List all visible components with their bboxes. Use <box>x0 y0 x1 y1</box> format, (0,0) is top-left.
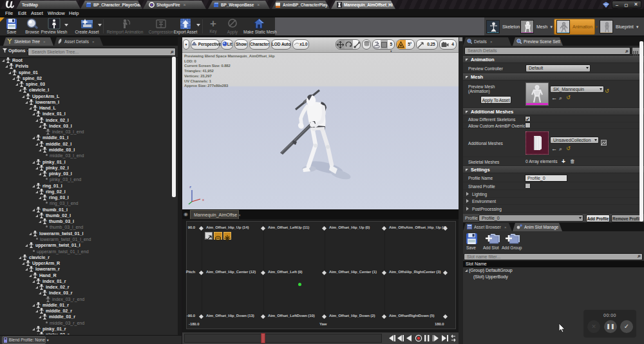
svg-text:z: z <box>189 185 191 189</box>
svg-text:x: x <box>202 198 204 202</box>
